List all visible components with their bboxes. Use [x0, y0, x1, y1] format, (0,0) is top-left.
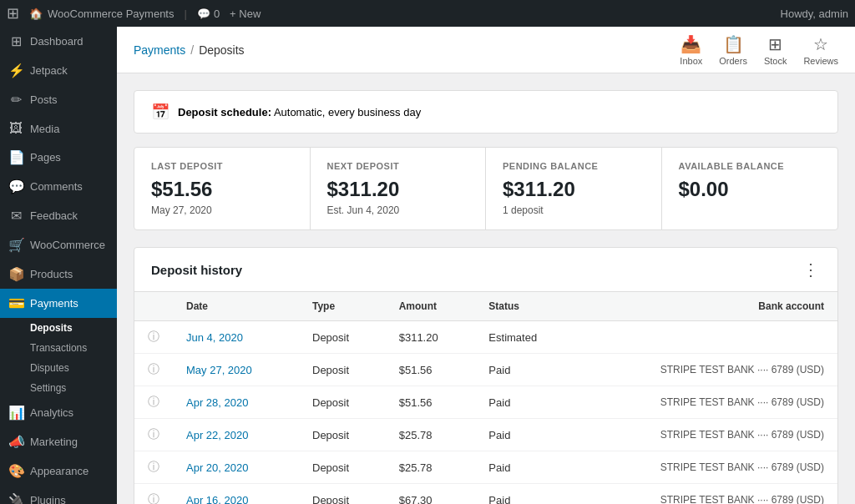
sidebar-item-comments[interactable]: 💬 Comments	[0, 172, 117, 201]
sidebar-item-marketing[interactable]: 📣 Marketing	[0, 427, 117, 456]
comments-count[interactable]: 💬 0	[197, 8, 220, 20]
schedule-text: Deposit schedule: Automatic, every busin…	[178, 106, 421, 118]
sidebar-sub-transactions[interactable]: Transactions	[0, 338, 117, 358]
card-amount-pending-balance: $311.20	[503, 178, 645, 201]
toolbar-orders[interactable]: 📋 Orders	[719, 34, 747, 66]
amount-cell: $25.78	[386, 451, 476, 484]
media-icon: 🖼	[8, 121, 23, 136]
date-link[interactable]: May 27, 2020	[186, 364, 252, 376]
bank-cell: STRIPE TEST BANK ···· 6789 (USD)	[578, 451, 837, 484]
card-sub-next-deposit: Est. Jun 4, 2020	[327, 204, 469, 216]
appearance-icon: 🎨	[8, 463, 23, 479]
top-toolbar: Payments / Deposits 📥 Inbox 📋 Orders ⊞ S…	[117, 27, 855, 73]
card-available-balance: AVAILABLE BALANCE $0.00	[662, 148, 838, 229]
status-cell: Paid	[475, 354, 577, 386]
site-name[interactable]: 🏠 WooCommerce Payments	[29, 8, 174, 20]
plugins-icon: 🔌	[8, 492, 23, 504]
date-link[interactable]: Apr 20, 2020	[186, 461, 248, 474]
date-link[interactable]: Apr 16, 2020	[186, 494, 248, 505]
history-title: Deposit history	[151, 263, 242, 277]
sidebar-item-dashboard[interactable]: ⊞ Dashboard	[0, 27, 117, 56]
status-cell: Estimated	[475, 321, 577, 354]
main-content: Payments / Deposits 📥 Inbox 📋 Orders ⊞ S…	[117, 27, 855, 504]
date-link[interactable]: Jun 4, 2020	[186, 331, 243, 344]
analytics-icon: 📊	[8, 405, 23, 421]
card-amount-available-balance: $0.00	[679, 178, 822, 201]
stock-icon: ⊞	[768, 34, 782, 54]
sidebar-label-plugins: Plugins	[30, 494, 66, 504]
sidebar: ⊞ Dashboard ⚡ Jetpack ✏ Posts 🖼 Media 📄 …	[0, 27, 117, 504]
breadcrumb: Payments / Deposits	[134, 43, 245, 57]
deposit-table: Date Type Amount Status Bank account ⓘ J…	[134, 292, 837, 504]
more-options-icon[interactable]: ⋮	[802, 260, 821, 280]
sidebar-item-plugins[interactable]: 🔌 Plugins	[0, 486, 117, 504]
comments-icon: 💬	[8, 179, 23, 194]
type-cell: Deposit	[299, 354, 386, 386]
schedule-banner: 📅 Deposit schedule: Automatic, every bus…	[134, 90, 838, 134]
col-amount: Amount	[386, 292, 476, 321]
status-cell: Paid	[475, 484, 577, 505]
card-label-available-balance: AVAILABLE BALANCE	[679, 161, 822, 171]
bank-cell: STRIPE TEST BANK ···· 6789 (USD)	[578, 386, 837, 419]
date-link[interactable]: Apr 22, 2020	[186, 429, 248, 441]
table-row: ⓘ Apr 16, 2020 Deposit $67.30 Paid STRIP…	[134, 484, 837, 505]
sidebar-item-woocommerce[interactable]: 🛒 WooCommerce	[0, 230, 117, 260]
card-label-next-deposit: NEXT DEPOSIT	[327, 161, 469, 171]
table-row: ⓘ Jun 4, 2020 Deposit $311.20 Estimated	[134, 321, 837, 354]
new-button[interactable]: + New	[230, 8, 261, 20]
card-label-pending-balance: PENDING BALANCE	[503, 161, 645, 171]
sidebar-sub-settings[interactable]: Settings	[0, 378, 117, 398]
sidebar-item-analytics[interactable]: 📊 Analytics	[0, 398, 117, 427]
card-sub-last-deposit: May 27, 2020	[151, 204, 293, 216]
col-type: Type	[299, 292, 386, 321]
bank-cell: STRIPE TEST BANK ···· 6789 (USD)	[578, 354, 837, 386]
wp-logo: ⊞	[7, 4, 19, 23]
bank-cell	[578, 321, 837, 354]
col-date: Date	[173, 292, 299, 321]
deposit-history: Deposit history ⋮ Date Type Amount Statu…	[134, 247, 838, 504]
inbox-label: Inbox	[680, 56, 702, 66]
sidebar-label-posts: Posts	[30, 93, 58, 106]
toolbar-stock[interactable]: ⊞ Stock	[764, 34, 787, 66]
breadcrumb-current: Deposits	[199, 43, 244, 57]
sidebar-item-payments[interactable]: 💳 Payments	[0, 289, 117, 318]
col-info	[134, 292, 173, 321]
inbox-icon: 📥	[680, 34, 701, 54]
card-amount-next-deposit: $311.20	[327, 178, 469, 201]
info-icon: ⓘ	[148, 395, 159, 408]
orders-icon: 📋	[723, 34, 744, 54]
col-bank: Bank account	[578, 292, 837, 321]
sidebar-label-appearance: Appearance	[30, 465, 89, 477]
date-link[interactable]: Apr 28, 2020	[186, 396, 248, 409]
sidebar-sub-deposits[interactable]: Deposits	[0, 318, 117, 338]
col-status: Status	[475, 292, 577, 321]
sidebar-item-feedback[interactable]: ✉ Feedback	[0, 201, 117, 230]
sidebar-item-media[interactable]: 🖼 Media	[0, 114, 117, 143]
products-icon: 📦	[8, 266, 23, 282]
page-content: 📅 Deposit schedule: Automatic, every bus…	[117, 73, 855, 504]
reviews-icon: ☆	[813, 34, 828, 54]
toolbar-inbox[interactable]: 📥 Inbox	[680, 34, 702, 66]
breadcrumb-parent[interactable]: Payments	[134, 43, 185, 57]
card-pending-balance: PENDING BALANCE $311.20 1 deposit	[486, 148, 662, 229]
sidebar-sub-disputes[interactable]: Disputes	[0, 358, 117, 378]
table-row: ⓘ Apr 22, 2020 Deposit $25.78 Paid STRIP…	[134, 419, 837, 451]
breadcrumb-separator: /	[190, 43, 194, 57]
amount-cell: $67.30	[386, 484, 476, 505]
info-icon: ⓘ	[148, 492, 159, 504]
sidebar-item-posts[interactable]: ✏ Posts	[0, 85, 117, 114]
sidebar-item-products[interactable]: 📦 Products	[0, 260, 117, 289]
home-icon: 🏠	[29, 8, 43, 20]
type-cell: Deposit	[299, 484, 386, 505]
jetpack-icon: ⚡	[8, 63, 23, 78]
sidebar-label-dashboard: Dashboard	[30, 35, 83, 48]
info-icon: ⓘ	[148, 460, 159, 473]
sidebar-item-pages[interactable]: 📄 Pages	[0, 143, 117, 172]
table-header-row: Date Type Amount Status Bank account	[134, 292, 837, 321]
stock-label: Stock	[764, 56, 787, 66]
card-sub-pending-balance: 1 deposit	[503, 204, 645, 216]
sidebar-item-appearance[interactable]: 🎨 Appearance	[0, 456, 117, 486]
sidebar-label-products: Products	[30, 268, 73, 280]
toolbar-reviews[interactable]: ☆ Reviews	[803, 34, 838, 66]
sidebar-item-jetpack[interactable]: ⚡ Jetpack	[0, 56, 117, 85]
